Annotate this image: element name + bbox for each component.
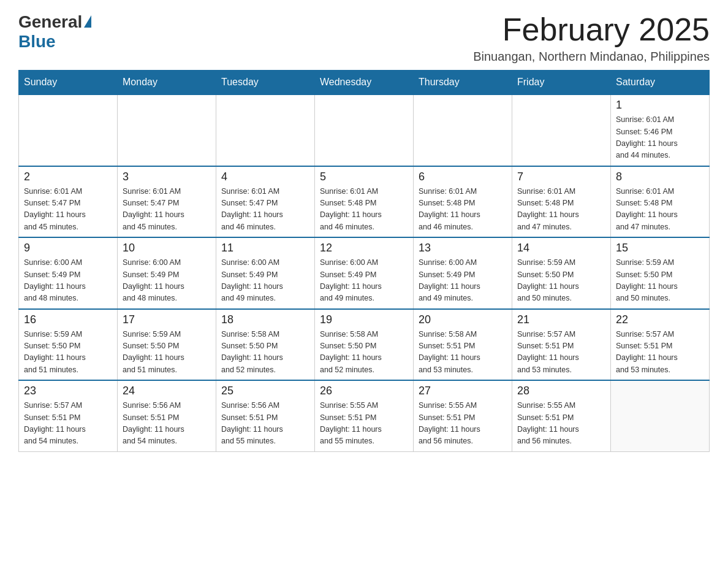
day-info: Sunrise: 5:56 AMSunset: 5:51 PMDaylight:… (123, 400, 211, 448)
day-info: Sunrise: 5:57 AMSunset: 5:51 PMDaylight:… (24, 400, 112, 448)
day-info: Sunrise: 5:58 AMSunset: 5:50 PMDaylight:… (221, 329, 309, 377)
day-info: Sunrise: 5:57 AMSunset: 5:51 PMDaylight:… (616, 329, 704, 377)
calendar-week-3: 9Sunrise: 6:00 AMSunset: 5:49 PMDaylight… (19, 237, 710, 309)
calendar-cell: 18Sunrise: 5:58 AMSunset: 5:50 PMDayligh… (216, 309, 315, 381)
weekday-header-row: SundayMondayTuesdayWednesdayThursdayFrid… (19, 71, 710, 95)
calendar-cell: 8Sunrise: 6:01 AMSunset: 5:48 PMDaylight… (611, 166, 710, 238)
day-info: Sunrise: 5:55 AMSunset: 5:51 PMDaylight:… (320, 400, 408, 448)
calendar-cell: 25Sunrise: 5:56 AMSunset: 5:51 PMDayligh… (216, 380, 315, 451)
day-number: 5 (320, 170, 408, 183)
calendar-cell: 28Sunrise: 5:55 AMSunset: 5:51 PMDayligh… (512, 380, 611, 451)
calendar-week-4: 16Sunrise: 5:59 AMSunset: 5:50 PMDayligh… (19, 309, 710, 381)
weekday-header-thursday: Thursday (414, 71, 512, 95)
calendar-cell: 24Sunrise: 5:56 AMSunset: 5:51 PMDayligh… (118, 380, 216, 451)
calendar-cell: 26Sunrise: 5:55 AMSunset: 5:51 PMDayligh… (315, 380, 414, 451)
day-info: Sunrise: 5:58 AMSunset: 5:50 PMDaylight:… (320, 329, 408, 377)
calendar-cell: 27Sunrise: 5:55 AMSunset: 5:51 PMDayligh… (414, 380, 512, 451)
calendar-cell: 2Sunrise: 6:01 AMSunset: 5:47 PMDaylight… (19, 166, 118, 238)
title-section: February 2025 Binuangan, Northern Mindan… (473, 12, 710, 64)
day-number: 24 (123, 385, 211, 397)
day-info: Sunrise: 6:00 AMSunset: 5:49 PMDaylight:… (123, 257, 211, 305)
weekday-header-sunday: Sunday (19, 71, 118, 95)
logo-arrow-icon (84, 15, 91, 28)
weekday-header-tuesday: Tuesday (216, 71, 315, 95)
calendar-cell: 23Sunrise: 5:57 AMSunset: 5:51 PMDayligh… (19, 380, 118, 451)
month-title: February 2025 (473, 12, 710, 47)
day-number: 27 (419, 385, 507, 397)
calendar-week-5: 23Sunrise: 5:57 AMSunset: 5:51 PMDayligh… (19, 380, 710, 451)
day-number: 6 (419, 170, 507, 183)
weekday-header-saturday: Saturday (611, 71, 710, 95)
calendar-week-1: 1Sunrise: 6:01 AMSunset: 5:46 PMDaylight… (19, 94, 710, 166)
day-number: 11 (221, 242, 309, 255)
day-info: Sunrise: 5:56 AMSunset: 5:51 PMDaylight:… (221, 400, 309, 448)
calendar-cell: 9Sunrise: 6:00 AMSunset: 5:49 PMDaylight… (19, 237, 118, 309)
day-number: 17 (123, 313, 211, 326)
day-number: 2 (24, 170, 112, 183)
day-info: Sunrise: 5:59 AMSunset: 5:50 PMDaylight:… (123, 329, 211, 377)
calendar-cell: 12Sunrise: 6:00 AMSunset: 5:49 PMDayligh… (315, 237, 414, 309)
day-info: Sunrise: 6:00 AMSunset: 5:49 PMDaylight:… (419, 257, 507, 305)
day-number: 25 (221, 385, 309, 397)
weekday-header-friday: Friday (512, 71, 611, 95)
day-number: 3 (123, 170, 211, 183)
day-number: 10 (123, 242, 211, 255)
calendar-cell: 21Sunrise: 5:57 AMSunset: 5:51 PMDayligh… (512, 309, 611, 381)
day-info: Sunrise: 6:00 AMSunset: 5:49 PMDaylight:… (320, 257, 408, 305)
calendar-cell: 5Sunrise: 6:01 AMSunset: 5:48 PMDaylight… (315, 166, 414, 238)
day-number: 26 (320, 385, 408, 397)
day-number: 22 (616, 313, 704, 326)
day-info: Sunrise: 6:01 AMSunset: 5:48 PMDaylight:… (320, 186, 408, 234)
day-number: 1 (616, 99, 704, 112)
day-info: Sunrise: 6:01 AMSunset: 5:48 PMDaylight:… (517, 186, 605, 234)
day-number: 12 (320, 242, 408, 255)
day-number: 13 (419, 242, 507, 255)
logo-blue-text: Blue (18, 32, 56, 52)
logo-general-text: General (18, 12, 91, 32)
day-info: Sunrise: 6:01 AMSunset: 5:47 PMDaylight:… (221, 186, 309, 234)
calendar-cell: 17Sunrise: 5:59 AMSunset: 5:50 PMDayligh… (118, 309, 216, 381)
calendar-cell: 19Sunrise: 5:58 AMSunset: 5:50 PMDayligh… (315, 309, 414, 381)
page-header: General Blue February 2025 Binuangan, No… (18, 12, 710, 64)
calendar-cell (118, 94, 216, 166)
calendar-body: 1Sunrise: 6:01 AMSunset: 5:46 PMDaylight… (19, 94, 710, 451)
day-info: Sunrise: 6:01 AMSunset: 5:47 PMDaylight:… (123, 186, 211, 234)
calendar-cell (512, 94, 611, 166)
calendar-cell: 1Sunrise: 6:01 AMSunset: 5:46 PMDaylight… (611, 94, 710, 166)
logo: General Blue (18, 12, 91, 52)
logo-general-label: General (18, 12, 82, 32)
day-info: Sunrise: 5:59 AMSunset: 5:50 PMDaylight:… (24, 329, 112, 377)
day-number: 19 (320, 313, 408, 326)
day-number: 28 (517, 385, 605, 397)
calendar-cell (414, 94, 512, 166)
calendar-cell: 4Sunrise: 6:01 AMSunset: 5:47 PMDaylight… (216, 166, 315, 238)
day-info: Sunrise: 6:01 AMSunset: 5:47 PMDaylight:… (24, 186, 112, 234)
calendar-cell (19, 94, 118, 166)
day-info: Sunrise: 5:55 AMSunset: 5:51 PMDaylight:… (517, 400, 605, 448)
day-info: Sunrise: 5:59 AMSunset: 5:50 PMDaylight:… (616, 257, 704, 305)
weekday-header-monday: Monday (118, 71, 216, 95)
calendar-cell: 22Sunrise: 5:57 AMSunset: 5:51 PMDayligh… (611, 309, 710, 381)
day-number: 20 (419, 313, 507, 326)
day-info: Sunrise: 5:55 AMSunset: 5:51 PMDaylight:… (419, 400, 507, 448)
day-number: 14 (517, 242, 605, 255)
day-number: 4 (221, 170, 309, 183)
location-subtitle: Binuangan, Northern Mindanao, Philippine… (473, 50, 710, 64)
day-info: Sunrise: 6:01 AMSunset: 5:48 PMDaylight:… (616, 186, 704, 234)
day-number: 8 (616, 170, 704, 183)
day-info: Sunrise: 5:58 AMSunset: 5:51 PMDaylight:… (419, 329, 507, 377)
day-number: 21 (517, 313, 605, 326)
calendar-cell: 3Sunrise: 6:01 AMSunset: 5:47 PMDaylight… (118, 166, 216, 238)
day-number: 9 (24, 242, 112, 255)
calendar-cell (315, 94, 414, 166)
calendar-cell: 20Sunrise: 5:58 AMSunset: 5:51 PMDayligh… (414, 309, 512, 381)
calendar-cell: 14Sunrise: 5:59 AMSunset: 5:50 PMDayligh… (512, 237, 611, 309)
day-number: 16 (24, 313, 112, 326)
day-number: 23 (24, 385, 112, 397)
day-info: Sunrise: 5:59 AMSunset: 5:50 PMDaylight:… (517, 257, 605, 305)
calendar-cell: 15Sunrise: 5:59 AMSunset: 5:50 PMDayligh… (611, 237, 710, 309)
day-number: 7 (517, 170, 605, 183)
day-info: Sunrise: 6:00 AMSunset: 5:49 PMDaylight:… (221, 257, 309, 305)
day-number: 18 (221, 313, 309, 326)
calendar-week-2: 2Sunrise: 6:01 AMSunset: 5:47 PMDaylight… (19, 166, 710, 238)
